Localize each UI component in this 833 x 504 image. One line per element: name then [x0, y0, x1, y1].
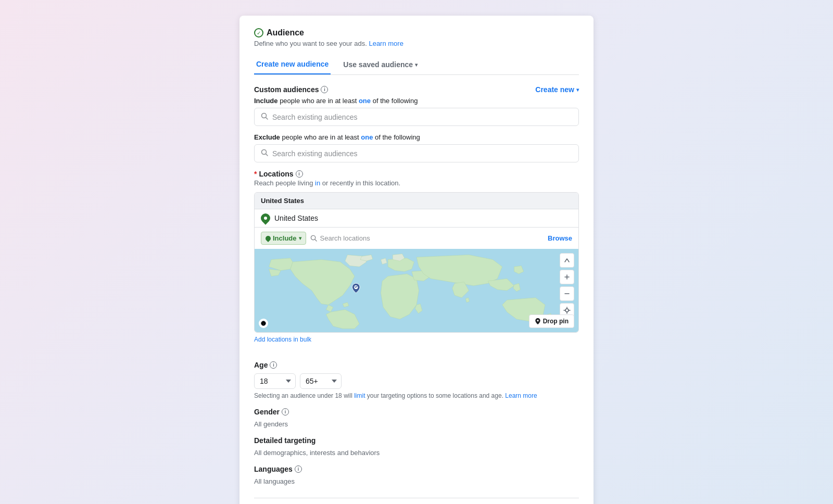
gender-value: All genders — [254, 420, 579, 428]
svg-line-5 — [314, 240, 316, 241]
drop-pin-button[interactable]: 📍 Drop pin — [529, 314, 574, 328]
bottom-divider — [254, 498, 579, 498]
tabs-container: Create new audience Use saved audience ▾ — [254, 56, 579, 75]
languages-value: All languages — [254, 477, 579, 485]
svg-point-18 — [537, 320, 538, 321]
detailed-targeting-value: All demographics, interests and behavior… — [254, 449, 579, 457]
check-icon: ✓ — [254, 28, 263, 37]
location-item-text: United States — [274, 214, 318, 222]
age-info-icon[interactable]: i — [270, 361, 277, 369]
languages-info-icon[interactable]: i — [295, 465, 302, 473]
map-chevron-up-button[interactable] — [560, 253, 574, 268]
locations-subtitle: Reach people living in or recently in th… — [254, 179, 579, 187]
location-search — [310, 234, 544, 242]
gender-info-icon[interactable]: i — [282, 408, 289, 415]
age-max-select[interactable]: 65+ 1314151617 1819202122 2530354045 505… — [300, 373, 342, 389]
detailed-targeting-label: Detailed targeting — [254, 436, 579, 445]
include-pin-icon — [264, 234, 272, 242]
include-search-box[interactable] — [254, 108, 579, 126]
locations-section: * Locations i Reach people living in or … — [254, 170, 579, 351]
gender-section: Gender i All genders — [254, 408, 579, 428]
location-search-icon — [310, 235, 317, 242]
map-zoom-out-button[interactable] — [560, 286, 574, 301]
map-info-icon[interactable]: i — [259, 319, 268, 328]
locations-label: * Locations i — [254, 170, 579, 178]
learn-more-link[interactable]: Learn more — [369, 40, 403, 47]
map-container: i 📍 Drop pin — [255, 249, 578, 332]
locations-info-icon[interactable]: i — [296, 170, 303, 178]
drop-pin-icon — [535, 318, 541, 324]
include-dropdown[interactable]: Include ▾ — [261, 232, 306, 245]
exclude-search-input[interactable] — [272, 149, 572, 158]
gender-label: Gender i — [254, 408, 579, 416]
age-learn-more-link[interactable]: Learn more — [505, 392, 537, 399]
locations-box: United States United States Include ▾ — [254, 192, 579, 333]
age-min-select[interactable]: 18 1314151617 1920212225 3035404550 5560… — [254, 373, 296, 389]
drop-pin-label: Drop pin — [543, 318, 569, 325]
tab-use-saved[interactable]: Use saved audience ▾ — [341, 56, 420, 74]
map-controls — [560, 253, 574, 318]
include-line: Include people who are in at least one o… — [254, 97, 579, 105]
age-label: Age i — [254, 361, 579, 369]
detailed-targeting-section: Detailed targeting All demographics, int… — [254, 436, 579, 457]
section-header: ✓ Audience — [254, 28, 579, 37]
svg-line-1 — [266, 118, 268, 120]
exclude-search-box[interactable] — [254, 144, 579, 162]
svg-point-11 — [565, 309, 569, 312]
location-item: United States — [255, 209, 578, 227]
add-bulk-link[interactable]: Add locations in bulk — [254, 336, 311, 343]
tab-dropdown-chevron: ▾ — [415, 62, 418, 68]
age-selects: 18 1314151617 1920212225 3035404550 5560… — [254, 373, 579, 389]
page-title: Audience — [267, 28, 304, 37]
custom-audiences-info-icon[interactable]: i — [321, 86, 328, 93]
age-section: Age i 18 1314151617 1920212225 303540455… — [254, 361, 579, 399]
exclude-search-icon — [261, 149, 268, 158]
subtitle: Define who you want to see your ads. Lea… — [254, 40, 579, 47]
tab-create-new[interactable]: Create new audience — [254, 56, 331, 74]
custom-audiences-label: Custom audiences — [254, 85, 319, 94]
browse-button[interactable]: Browse — [548, 234, 572, 242]
custom-audiences-header: Custom audiences i Create new ▾ — [254, 85, 579, 94]
create-new-chevron: ▾ — [576, 87, 579, 93]
locations-country-header: United States — [255, 193, 578, 209]
location-pin-icon — [259, 211, 272, 224]
age-warning: Selecting an audience under 18 will limi… — [254, 392, 579, 399]
include-search-icon — [261, 112, 268, 121]
create-new-button[interactable]: Create new ▾ — [535, 85, 579, 94]
svg-text:i: i — [263, 322, 263, 325]
location-controls: Include ▾ Browse — [255, 227, 578, 249]
include-search-input[interactable] — [272, 113, 572, 121]
languages-label: Languages i — [254, 465, 579, 473]
include-dropdown-chevron: ▾ — [299, 235, 301, 241]
location-search-input[interactable] — [320, 234, 544, 242]
exclude-line: Exclude people who are in at least one o… — [254, 133, 579, 141]
audience-card: ✓ Audience Define who you want to see yo… — [239, 16, 594, 504]
map-zoom-in-button[interactable] — [560, 270, 574, 284]
languages-section: Languages i All languages — [254, 465, 579, 485]
svg-line-3 — [266, 154, 268, 156]
